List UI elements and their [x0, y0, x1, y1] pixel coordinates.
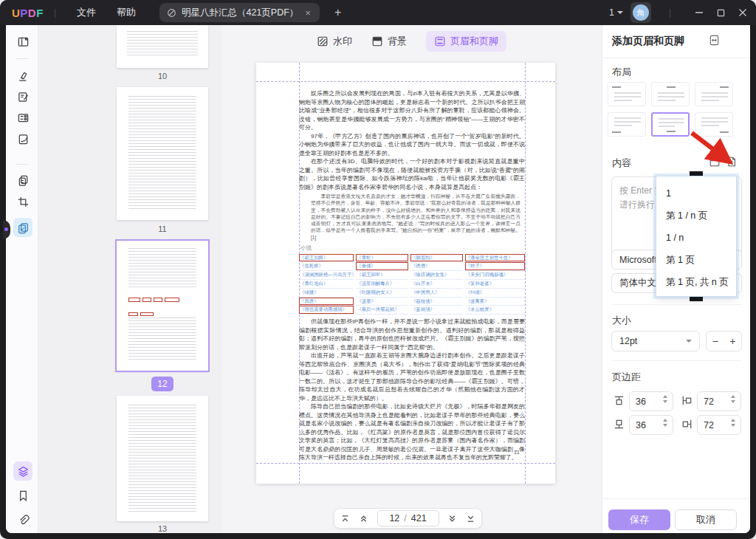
edit-page-icon[interactable] [13, 87, 32, 106]
content-section-label: 内容 [612, 157, 631, 170]
next-page-button[interactable] [447, 514, 457, 523]
page-tools-icon[interactable] [13, 218, 32, 237]
bookmark-icon[interactable] [13, 486, 32, 505]
margin-left-input[interactable]: 72 [697, 391, 741, 411]
crop-icon[interactable] [13, 192, 32, 211]
divider [602, 498, 750, 499]
novel-title: 《绿腰》 [299, 289, 354, 298]
size-section-label: 大小 [612, 314, 631, 327]
background-tool[interactable]: 背景 [371, 35, 407, 48]
thumbnail-page-11[interactable] [117, 87, 208, 220]
menu-file[interactable]: 文件 [66, 1, 106, 24]
novel-title: 《生死桥》 [299, 262, 354, 271]
tab-close-icon[interactable]: × [303, 7, 312, 18]
novel-title: 《咏叹调的女鬼》 [410, 271, 463, 280]
stepper-arrows[interactable] [731, 419, 735, 427]
novel-title: 《蓝胡须》 [410, 306, 463, 315]
chevron-down-icon [686, 340, 692, 343]
margin-top-icon [613, 394, 625, 410]
account-button[interactable]: 角 [630, 2, 651, 23]
cancel-button[interactable]: 取消 [675, 509, 737, 530]
reader-icon[interactable] [13, 32, 32, 51]
margins-section-label: 页边距 [612, 371, 641, 384]
stepper-arrows[interactable] [663, 419, 667, 427]
layout-footer-right[interactable] [695, 112, 733, 137]
novel-title: 《白开水》 [410, 280, 463, 289]
novel-title: 《霸王卸甲》 [356, 271, 408, 280]
size-increase-button[interactable]: + [729, 335, 735, 347]
close-button[interactable] [738, 8, 747, 17]
novel-title: 《潘金莲之前世今生》 [465, 254, 525, 263]
novel-title: 《吃眼睛的女人》 [356, 289, 408, 298]
page-navigator: 12 / 421 [334, 508, 482, 529]
dropdown-option[interactable]: 第 1 / n 页 [656, 205, 736, 227]
new-tab-button[interactable]: + [330, 6, 346, 19]
margin-bottom-input[interactable]: 36 [629, 415, 673, 435]
calendar-icon[interactable] [709, 156, 721, 171]
page-number-icon[interactable] [726, 156, 738, 171]
stepper-arrows[interactable] [731, 395, 735, 403]
save-button[interactable]: 保存 [608, 509, 670, 530]
dropdown-option[interactable]: 第 1 页 [656, 249, 736, 271]
layout-header-left[interactable] [608, 82, 646, 106]
margin-top-input[interactable]: 36 [629, 391, 673, 411]
novel-title: 《水云散发》 [465, 306, 525, 315]
signature-icon[interactable] [13, 129, 32, 148]
document-tab-icon [167, 8, 176, 18]
titlebar-divider: | [54, 7, 56, 18]
novel-title: 《凤诱》 [299, 298, 354, 306]
thumbnail-label: 13 [117, 524, 208, 533]
layout-header-right[interactable] [695, 82, 733, 106]
header-footer-tool[interactable]: 页眉和页脚 [426, 31, 506, 52]
document-tab[interactable]: 明星八卦汇总（421页PDF） × [159, 3, 320, 22]
page-number-input[interactable]: 12 / 421 [377, 510, 439, 526]
previous-page-button[interactable] [359, 514, 368, 523]
novel-title: 《诱僧》 [410, 262, 463, 271]
layout-header-center[interactable] [651, 82, 690, 106]
novel-title: 《荔枝债》 [410, 298, 463, 306]
forms-icon[interactable] [13, 108, 32, 127]
font-size-select[interactable]: 12pt [611, 331, 700, 351]
thumbnail-page-12[interactable] [117, 241, 208, 371]
margin-bottom-icon [613, 418, 625, 433]
page-text: 娱乐圈之所以会发展到现在的局面，与zi本入驻有着很大的关系，尤其是以华姨、钢炮等… [299, 89, 525, 461]
watermark-tool[interactable]: 水印 [317, 35, 352, 48]
page-range-icon[interactable] [708, 34, 721, 49]
layout-footer-center[interactable] [651, 112, 690, 137]
header-guide [256, 81, 555, 82]
dropdown-option[interactable]: 第 1 页, 共 n 页 [656, 271, 736, 293]
margin-right-icon [681, 418, 693, 433]
layout-footer-left[interactable] [608, 112, 646, 137]
thumbnail-page-13[interactable] [117, 396, 208, 521]
divider [611, 304, 742, 305]
last-page-button[interactable] [466, 514, 475, 523]
margin-right-input[interactable]: 72 [697, 415, 741, 435]
page-scale-dropdown[interactable]: 1 [609, 7, 623, 18]
thumbnail-page-10[interactable] [117, 25, 208, 68]
dropdown-option[interactable]: 1 / n [656, 227, 736, 249]
panel-title: 添加页眉和页脚 [612, 35, 684, 48]
pdf-page[interactable]: 娱乐圈之所以会发展到现在的局面，与zi本入驻有着很大的关系，尤其是以华姨、钢炮等… [256, 63, 555, 484]
stepper-arrows[interactable] [663, 395, 667, 403]
size-decrease-button[interactable]: − [712, 335, 718, 347]
layers-icon[interactable] [13, 461, 32, 481]
minimize-button[interactable] [695, 8, 704, 17]
copy-pages-icon[interactable] [13, 171, 32, 190]
novel-title: 《满洲国妖艳—川岛芳子》 [299, 271, 354, 280]
attachment-icon[interactable] [13, 509, 32, 529]
first-page-button[interactable] [340, 514, 350, 523]
maximize-button[interactable] [717, 9, 725, 17]
printed-page-number: 11 [514, 449, 520, 456]
highlighter-icon[interactable] [13, 66, 32, 86]
novel-title: 《某种老婆》 [465, 280, 525, 289]
titlebar-divider-2: | [669, 7, 671, 18]
novel-table: 《霸王别姬》《青蛇》《胭脂扣》《潘金莲之前世今生》《生死桥》《秦俑》《诱僧》《饺… [299, 254, 525, 315]
footer-guide [256, 463, 555, 464]
annotation-handle-bottom [690, 297, 703, 301]
menu-help[interactable]: 帮助 [106, 1, 146, 24]
app-window: UPDF | 文件 帮助 明星八卦汇总（421页PDF） × + 1 角 | [0, 0, 756, 539]
document-area: 水印 背景 页眉和页脚 娱乐圈之所以会发展到现在的局面，与zi本入驻有着很大的关… [221, 25, 602, 533]
dropdown-option[interactable]: 1 [656, 182, 736, 205]
updf-logo: UPDF [12, 7, 44, 19]
current-page-badge: 12 [151, 377, 173, 391]
